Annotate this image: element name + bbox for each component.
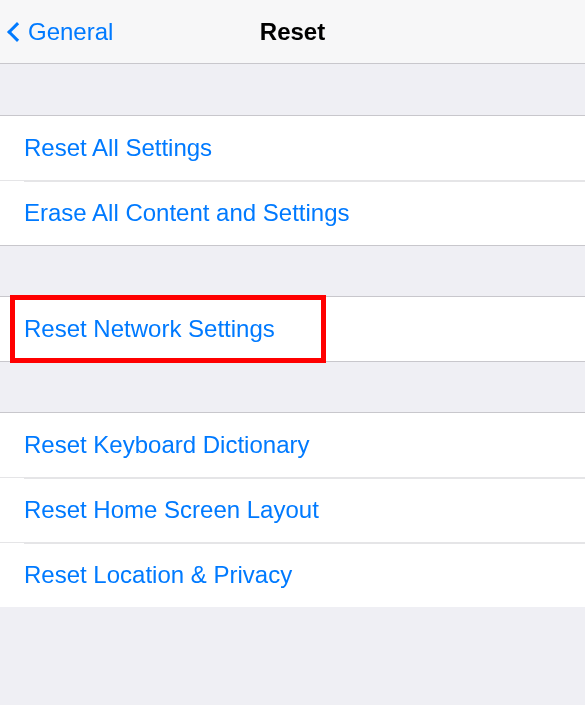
- nav-header: General Reset: [0, 0, 585, 64]
- reset-keyboard-dictionary-item[interactable]: Reset Keyboard Dictionary: [0, 413, 585, 477]
- divider: [24, 543, 585, 544]
- reset-network-settings-item[interactable]: Reset Network Settings: [0, 297, 585, 361]
- section-gap: [0, 245, 585, 297]
- settings-group-2-wrap: Reset Network Settings: [0, 297, 585, 361]
- settings-group-2: Reset Network Settings: [0, 297, 585, 361]
- settings-group-1: Reset All Settings Erase All Content and…: [0, 116, 585, 245]
- list-item-label: Reset Keyboard Dictionary: [24, 431, 309, 458]
- list-item-label: Reset Location & Privacy: [24, 561, 292, 588]
- list-item-label: Erase All Content and Settings: [24, 199, 350, 226]
- reset-all-settings-item[interactable]: Reset All Settings: [0, 116, 585, 180]
- list-item-label: Reset Home Screen Layout: [24, 496, 319, 523]
- divider: [24, 181, 585, 182]
- back-label: General: [28, 18, 113, 46]
- page-title: Reset: [260, 18, 325, 46]
- back-button[interactable]: General: [0, 18, 113, 46]
- list-item-label: Reset Network Settings: [24, 315, 275, 342]
- erase-all-content-item[interactable]: Erase All Content and Settings: [0, 180, 585, 245]
- reset-location-privacy-item[interactable]: Reset Location & Privacy: [0, 542, 585, 607]
- reset-home-screen-layout-item[interactable]: Reset Home Screen Layout: [0, 477, 585, 542]
- divider: [24, 478, 585, 479]
- settings-group-3: Reset Keyboard Dictionary Reset Home Scr…: [0, 413, 585, 607]
- section-gap: [0, 64, 585, 116]
- chevron-left-icon: [7, 22, 27, 42]
- section-gap: [0, 361, 585, 413]
- list-item-label: Reset All Settings: [24, 134, 212, 161]
